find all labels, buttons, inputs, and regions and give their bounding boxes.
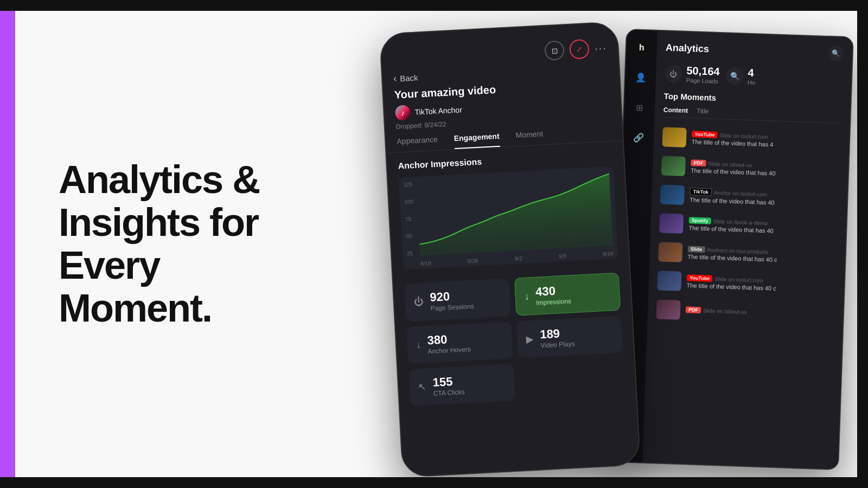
anchor-hovers-info: 380 Anchor Hovers bbox=[427, 331, 471, 355]
moments-section: Top Moments Content Title YouTube S bbox=[656, 91, 842, 330]
impressions-number: 430 bbox=[535, 283, 571, 299]
y-label-75: 75 bbox=[405, 216, 414, 222]
impressions-icon: ↓ bbox=[524, 291, 529, 302]
tablet-logo: h bbox=[633, 38, 650, 56]
moment-info-2: PDF Slide on /about-us The title of the … bbox=[691, 159, 840, 179]
anchor-hovers-icon: ↓ bbox=[416, 339, 421, 350]
moment-info-4: Spotify Slide on /book-a-demo The title … bbox=[688, 217, 838, 236]
y-label-50: 50 bbox=[406, 233, 415, 239]
y-label-125: 125 bbox=[403, 181, 412, 188]
tablet-analytics-title: Analytics bbox=[666, 42, 710, 55]
stat-card-video-plays: ▶ 189 Video Plays bbox=[516, 316, 623, 358]
anchor-name: TikTok Anchor bbox=[414, 105, 462, 117]
x-label-99: 9/9 bbox=[559, 253, 566, 260]
y-label-100: 100 bbox=[404, 198, 413, 205]
video-plays-info: 189 Video Plays bbox=[540, 326, 575, 349]
moment-thumb-5 bbox=[658, 242, 682, 262]
stats-grid: ⏻ 920 Page Sessions ↓ 430 Impressions bbox=[393, 272, 634, 365]
back-arrow-icon: ‹ bbox=[393, 73, 397, 85]
tablet-header: Analytics 🔍 bbox=[665, 40, 844, 61]
source-url-5: Redirect on /our-products bbox=[707, 247, 768, 255]
page-sessions-label: Page Sessions bbox=[430, 303, 474, 312]
y-label-25: 25 bbox=[407, 250, 416, 256]
source-badge-youtube-6: YouTube bbox=[687, 274, 713, 282]
phone-mockup: ⊡ ⤢ ··· ‹ Back Your amazing video ♪ TikT… bbox=[379, 21, 641, 478]
back-label: Back bbox=[400, 73, 418, 83]
source-badge-tiktok-3: TikTok bbox=[690, 188, 712, 196]
tablet-main-content: Analytics 🔍 ⏻ 50,164 Page Loads bbox=[642, 31, 853, 469]
tiktok-icon: ♪ bbox=[395, 105, 411, 120]
phone-inner: ⊡ ⤢ ··· ‹ Back Your amazing video ♪ TikT… bbox=[380, 22, 640, 477]
sidebar-icon-link[interactable]: 🔗 bbox=[628, 127, 648, 147]
hovers-icon: 🔍 bbox=[726, 67, 744, 85]
cta-clicks-number: 155 bbox=[432, 374, 464, 390]
impressions-label: Impressions bbox=[536, 297, 571, 306]
moment-thumb-4 bbox=[659, 213, 684, 234]
moment-info-5: Slide Redirect on /our-products The titl… bbox=[687, 246, 837, 265]
devices-container: ⊡ ⤢ ··· ‹ Back Your amazing video ♪ TikT… bbox=[358, 11, 846, 477]
stat-card-cta-clicks: ↖ 155 CTA Clicks bbox=[409, 364, 515, 406]
chart-y-labels: 125 100 75 50 25 bbox=[403, 181, 416, 256]
impressions-info: 430 Impressions bbox=[535, 283, 571, 306]
cta-clicks-info: 155 CTA Clicks bbox=[432, 374, 465, 397]
stat-card-impressions: ↓ 430 Impressions bbox=[514, 273, 621, 316]
moment-row-7: PDF Slide on /about-us bbox=[656, 295, 835, 330]
moment-thumb-6 bbox=[657, 271, 681, 291]
source-badge-youtube-1: YouTube bbox=[692, 131, 718, 138]
tab-appearance[interactable]: Appearance bbox=[397, 135, 438, 152]
stat-card-anchor-hovers: ↓ 380 Anchor Hovers bbox=[406, 322, 513, 364]
source-url-4: Slide on /book-a-demo bbox=[713, 218, 768, 226]
cta-clicks-label: CTA Clicks bbox=[433, 388, 464, 397]
source-badge-pdf-7: PDF bbox=[686, 306, 701, 313]
chart-container: 125 100 75 50 25 bbox=[399, 166, 618, 269]
x-label-819: 8/19 bbox=[420, 260, 431, 267]
monitor-icon-btn[interactable]: ⊡ bbox=[544, 40, 565, 61]
moments-section-title: Top Moments bbox=[664, 91, 842, 106]
video-plays-icon: ▶ bbox=[526, 333, 534, 345]
x-label-826: 8/26 bbox=[468, 258, 478, 264]
moment-info-3: TikTok Anchor on rooturl.com The title o… bbox=[690, 188, 839, 208]
chart-area bbox=[416, 171, 613, 255]
chart-area-fill bbox=[416, 174, 612, 256]
moments-tab-content[interactable]: Content bbox=[663, 106, 688, 114]
top-border bbox=[0, 0, 868, 11]
page-loads-icon: ⏻ bbox=[665, 65, 682, 82]
tablet-mockup: h 👤 ⊞ 🔗 Analytics 🔍 ⏻ bbox=[611, 29, 854, 470]
page-sessions-info: 920 Page Sessions bbox=[430, 288, 474, 312]
more-options-icon[interactable]: ··· bbox=[595, 42, 608, 55]
moments-tab-title[interactable]: Title bbox=[697, 107, 709, 115]
anchor-hovers-label: Anchor Hovers bbox=[427, 345, 471, 355]
video-plays-label: Video Plays bbox=[540, 340, 575, 349]
x-label-916: 9/16 bbox=[603, 251, 614, 257]
page-loads-info: 50,164 Page Loads bbox=[686, 65, 720, 85]
moment-thumb-1 bbox=[662, 127, 687, 147]
source-badge-spotify-4: Spotify bbox=[689, 217, 711, 224]
left-accent-bar bbox=[0, 0, 15, 488]
page-sessions-icon: ⏻ bbox=[413, 296, 424, 308]
share-icon-btn[interactable]: ⤢ bbox=[569, 39, 590, 60]
chart-section: Anchor Impressions 125 100 75 50 25 bbox=[386, 141, 629, 279]
hovers-number: 4 bbox=[748, 67, 756, 79]
sidebar-icon-users[interactable]: 👤 bbox=[630, 67, 650, 87]
tablet-search-icon[interactable]: 🔍 bbox=[828, 46, 844, 61]
moment-source-7: PDF Slide on /about-us bbox=[686, 306, 834, 318]
page-loads-label: Page Loads bbox=[686, 77, 720, 85]
moment-info-7: PDF Slide on /about-us bbox=[686, 306, 834, 319]
moments-tabs: Content Title bbox=[663, 106, 841, 123]
tab-moment[interactable]: Moment bbox=[515, 130, 544, 146]
source-badge-redirect-5: Slide bbox=[688, 246, 705, 253]
moment-thumb-2 bbox=[661, 156, 686, 176]
tablet-page-loads-stat: ⏻ 50,164 Page Loads bbox=[665, 63, 720, 85]
x-label-92: 9/2 bbox=[514, 255, 522, 262]
chart-svg bbox=[416, 171, 613, 255]
bottom-border bbox=[0, 477, 868, 488]
moment-info-6: YouTube Slide on rooturl.com The title o… bbox=[686, 274, 835, 294]
tab-engagement[interactable]: Engagement bbox=[454, 132, 500, 149]
sidebar-icon-grid[interactable]: ⊞ bbox=[629, 97, 649, 117]
source-url-7: Slide on /about-us bbox=[703, 307, 747, 315]
moment-thumb-7 bbox=[656, 299, 680, 320]
source-url-3: Anchor on rooturl.com bbox=[714, 189, 768, 197]
main-content: Analytics & Insights for Every Moment. ⊡… bbox=[15, 11, 857, 477]
tablet-inner: h 👤 ⊞ 🔗 Analytics 🔍 ⏻ bbox=[612, 30, 853, 469]
source-url-2: Slide on /about-us bbox=[708, 160, 752, 168]
